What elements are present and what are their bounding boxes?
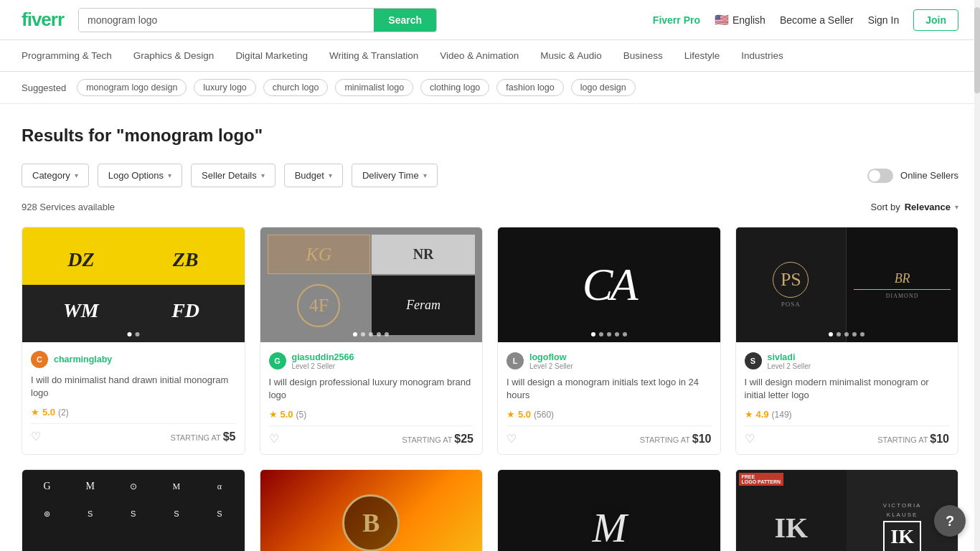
filter-delivery-time[interactable]: Delivery Time ▾	[352, 164, 438, 187]
dot	[361, 332, 365, 336]
scrollbar[interactable]	[974, 0, 980, 551]
gig-card-6[interactable]: B SERVIENDO GUBERNO V vintage_logos Leve…	[260, 469, 484, 551]
filter-budget-label: Budget	[295, 170, 324, 181]
price-wrap-3: STARTING AT $10	[640, 433, 712, 446]
price-2: $25	[454, 433, 473, 445]
language-label: English	[732, 14, 765, 26]
logo[interactable]: fiverr	[22, 9, 64, 31]
nav-item-business[interactable]: Business	[623, 42, 663, 70]
sort-row: 928 Services available Sort by Relevance…	[22, 202, 958, 212]
gig-title-2: I will design professional luxury monogr…	[269, 376, 474, 403]
rating-value-1: 5.0	[42, 407, 55, 418]
seller-meta-2: giasuddin2566 Level 2 Seller	[292, 351, 354, 370]
nav-item-programming[interactable]: Programming & Tech	[22, 42, 112, 70]
seller-level-4: Level 2 Seller	[768, 362, 811, 370]
dot	[837, 332, 841, 336]
star-icon: ★	[745, 409, 753, 420]
become-seller-link[interactable]: Become a Seller	[780, 14, 854, 26]
join-button[interactable]: Join	[913, 9, 958, 31]
scrollbar-thumb[interactable]	[974, 7, 980, 93]
rating-value-3: 5.0	[518, 409, 531, 420]
dot	[860, 332, 864, 336]
rating-value-2: 5.0	[281, 409, 293, 420]
nav-item-industries[interactable]: Industries	[741, 42, 783, 70]
seller-level-3: Level 2 Seller	[529, 362, 573, 370]
heart-icon[interactable]: ♡	[31, 430, 41, 443]
card-image-2: KG NR 4F Feram	[260, 227, 483, 342]
search-input[interactable]	[79, 9, 374, 32]
gig-card-4[interactable]: PS POSA BR DIAMOND	[735, 227, 959, 455]
results-area: Results for "monogram logo" Category ▾ L…	[0, 104, 980, 551]
seller-name-2[interactable]: giasuddin2566	[292, 352, 354, 362]
suggested-tag-clothing-logo[interactable]: clothing logo	[420, 79, 489, 96]
seller-name-4[interactable]: sivladi	[768, 352, 796, 362]
dot	[844, 332, 849, 336]
dot	[127, 332, 131, 336]
header: fiverr Search Fiverr Pro 🇺🇸 English Beco…	[0, 0, 980, 40]
filter-seller-details[interactable]: Seller Details ▾	[191, 164, 275, 187]
nav-item-graphics[interactable]: Graphics & Design	[133, 42, 215, 70]
sort-control[interactable]: Sort by Relevance ▾	[870, 202, 958, 212]
dot	[829, 332, 833, 336]
help-button[interactable]: ?	[934, 505, 966, 537]
chevron-down-icon: ▾	[329, 171, 332, 179]
nav-item-music[interactable]: Music & Audio	[540, 42, 602, 70]
gig-card-8[interactable]: IK FREELOGO PATTERN VICTORIA KLAUSE IK	[735, 469, 959, 551]
search-button[interactable]: Search	[374, 9, 436, 32]
online-sellers-toggle[interactable]	[867, 169, 893, 183]
gig-card-7[interactable]: M Millie or Faks M monogram_master I wil…	[497, 469, 721, 551]
starting-at-4: STARTING AT	[877, 435, 930, 444]
price-row-1: ♡ STARTING AT $5	[31, 423, 236, 443]
filter-logo-options[interactable]: Logo Options ▾	[98, 164, 182, 187]
fiverr-pro-link[interactable]: Fiverr Pro	[653, 14, 700, 26]
search-bar: Search	[78, 8, 437, 32]
card-image-6: B SERVIENDO GUBERNO	[260, 470, 483, 551]
heart-icon[interactable]: ♡	[269, 432, 279, 446]
seller-name-3[interactable]: logoflow	[529, 352, 566, 362]
dot	[607, 332, 611, 336]
gig-card-3[interactable]: CA L logoflow Level 2 Seller I	[497, 227, 721, 455]
online-sellers-wrap: Online Sellers	[867, 169, 958, 183]
star-icon: ★	[269, 409, 278, 420]
suggested-tag-fashion-logo[interactable]: fashion logo	[496, 79, 563, 96]
dot	[353, 332, 357, 336]
avatar-4: S	[745, 352, 762, 369]
nav-item-video[interactable]: Video & Animation	[440, 42, 519, 70]
card-body-4: S sivladi Level 2 Seller I will design m…	[736, 342, 958, 454]
suggested-tag-logo-design[interactable]: logo design	[571, 79, 636, 96]
dot	[852, 332, 857, 336]
seller-name-1[interactable]: charminglaby	[54, 354, 112, 364]
gig-card-2[interactable]: KG NR 4F Feram G	[260, 227, 484, 455]
card-dots-4	[829, 332, 864, 336]
gig-card-5[interactable]: G M ⊙ M α ⊛ S S S S	[22, 469, 245, 551]
heart-icon[interactable]: ♡	[507, 432, 517, 446]
gig-card-1[interactable]: DZ ZB WM FD C charminglaby I will do min…	[22, 227, 245, 455]
seller-meta-3: logoflow Level 2 Seller	[529, 351, 573, 370]
card-dots-1	[127, 332, 139, 336]
dot	[599, 332, 603, 336]
filter-budget[interactable]: Budget ▾	[284, 164, 343, 187]
card-image-text-1: DZ ZB WM FD	[22, 227, 245, 342]
nav-item-digital[interactable]: Digital Marketing	[235, 42, 308, 70]
nav-item-lifestyle[interactable]: Lifestyle	[684, 42, 720, 70]
suggested-tag-minimalist-logo[interactable]: minimalist logo	[335, 79, 413, 96]
heart-icon[interactable]: ♡	[745, 432, 755, 446]
card-dots-2	[353, 332, 389, 336]
suggested-tag-luxury-logo[interactable]: luxury logo	[194, 79, 255, 96]
seller-info-1: C charminglaby	[31, 351, 236, 368]
main-nav: Programming & Tech Graphics & Design Dig…	[0, 40, 980, 72]
filter-category[interactable]: Category ▾	[22, 164, 89, 187]
sign-in-link[interactable]: Sign In	[868, 14, 900, 26]
suggested-tag-church-logo[interactable]: church logo	[263, 79, 329, 96]
filter-logo-options-label: Logo Options	[108, 170, 164, 181]
card-image-text-2: KG NR 4F Feram	[260, 227, 483, 342]
suggested-tag-monogram-logo-design[interactable]: monogram logo design	[77, 79, 187, 96]
price-3: $10	[692, 433, 712, 445]
card-image-5: G M ⊙ M α ⊛ S S S S	[22, 470, 245, 551]
nav-item-writing[interactable]: Writing & Translation	[329, 42, 418, 70]
results-title: Results for "monogram logo"	[22, 126, 958, 146]
card-image-8: IK FREELOGO PATTERN VICTORIA KLAUSE IK	[736, 470, 958, 551]
price-1: $5	[223, 430, 236, 443]
rating-row-4: ★ 4.9 (149)	[745, 409, 950, 420]
language-selector[interactable]: 🇺🇸 English	[715, 13, 765, 27]
